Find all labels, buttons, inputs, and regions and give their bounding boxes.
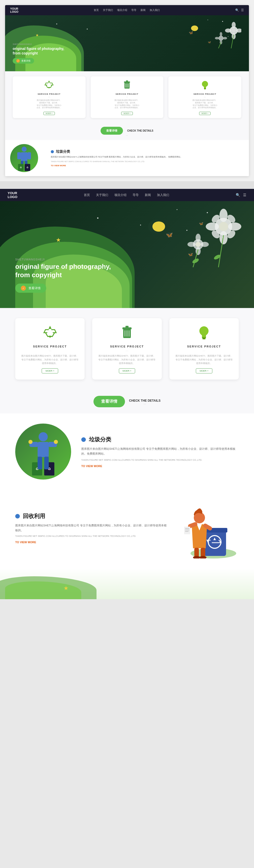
nav-guide[interactable]: 导导: [131, 8, 136, 12]
service-desc-2: 图片版权来自图片网站SHETI、图库图片下载、设计师、专注于免费图片网站，为所有…: [94, 99, 160, 109]
service-cards-lg: SERVICE PROJECT ···· 图片版权来自图片网站SHETI、图库图…: [15, 318, 239, 379]
nav-join[interactable]: 加入我们: [150, 8, 160, 12]
svg-point-2: [232, 33, 236, 39]
nav-project[interactable]: 项目介绍: [117, 8, 127, 12]
cta-label: CHECK THE DETAILS: [127, 129, 153, 132]
flower-right: [211, 18, 241, 49]
search-icon-lg[interactable]: 🔍: [236, 193, 240, 197]
nav-lg-about[interactable]: 关于我们: [96, 193, 108, 197]
svg-rect-23: [17, 152, 21, 159]
svg-point-21: [22, 147, 27, 152]
svg-rect-15: [126, 81, 128, 82]
moer-btn-lg-1[interactable]: MOER +: [42, 368, 58, 373]
moer-btn-3[interactable]: MOER +: [199, 112, 211, 115]
page-large: YOUR LOGO 首页 关于我们 项目介绍 导导 新闻 加入我们 🔍 ☰ ✦ …: [0, 189, 254, 599]
svg-point-40: [187, 242, 195, 247]
svg-point-1: [232, 22, 236, 28]
utilize-heading-row-lg: 回收利用: [15, 513, 168, 520]
recycle-heading: 垃圾分类: [56, 149, 70, 154]
nav-home[interactable]: 首页: [94, 8, 99, 12]
cta-button-lg[interactable]: 查看详情: [94, 396, 125, 407]
nav-news[interactable]: 新闻: [141, 8, 146, 12]
moer-btn-2[interactable]: MOER +: [121, 112, 133, 115]
hero-title-lg: original figure of photography, from cop…: [15, 262, 111, 280]
nav-icons-small: 🔍 ☰: [235, 8, 244, 12]
service-title-lg-2: SERVICE PROJECT: [97, 345, 156, 348]
svg-rect-20: [204, 89, 206, 89]
hero-text-lg: SHETUWANGSHEJI original figure of photog…: [15, 258, 111, 293]
navbar-small: YOUR LOGO 首页 关于我们 项目介绍 导导 新闻 加入我们 🔍 ☰: [5, 5, 249, 15]
svg-point-31: [228, 222, 241, 230]
service-card-lg-2: SERVICE PROJECT ···· 图片版权来自图片网站SHETI、图库图…: [92, 318, 161, 379]
cta-dots-lg: ····: [129, 403, 160, 405]
nav-lg-news[interactable]: 新闻: [145, 193, 151, 197]
nav-lg-project[interactable]: 项目介绍: [114, 193, 126, 197]
svg-point-6: [218, 36, 223, 41]
service-section-lg: SERVICE PROJECT ···· 图片版权来自图片网站SHETI、图库图…: [0, 308, 254, 390]
recycle-symbol-2: ♻: [27, 166, 29, 169]
moer-btn-lg-2[interactable]: MOER +: [119, 368, 135, 373]
yellow-star: ★: [36, 33, 39, 37]
service-desc-3: 图片版权来自图片网站SHETI、图库图片下载、设计师、专注于免费图片网站，为所有…: [172, 99, 238, 109]
nav-about[interactable]: 关于我们: [103, 8, 113, 12]
view-more-btn-lg[interactable]: TO VIEW MORE: [81, 465, 239, 468]
svg-point-7: [220, 32, 222, 36]
svg-point-9: [215, 37, 219, 39]
recycle-content-lg: 垃圾分类 图库图片来自图片网站SHETI上海网络科技有限公司 专注于免费图库图片…: [81, 436, 239, 468]
svg-point-30: [206, 222, 219, 230]
service-title-lg-3: SERVICE PROJECT: [175, 345, 234, 348]
service-title-1: SERVICE PROJECT: [16, 93, 82, 95]
svg-point-36: [219, 222, 228, 231]
cta-section-lg: 查看详情 CHECK THE DETAILS ····: [0, 390, 254, 413]
cta-text-lg: 查看详情: [101, 399, 117, 404]
utilize-desc-lg: 图库图片来自图片网站SHETI上海网络科技有限公司 专注于免费图库图片网站，为所…: [15, 523, 168, 532]
butterfly-lg-1: 🦋: [166, 231, 173, 238]
butterfly-lg-3: 🦋: [199, 221, 203, 225]
flowers-lg: [178, 201, 244, 267]
svg-point-59: [29, 440, 33, 444]
recycle-heading-row-lg: 垃圾分类: [81, 436, 239, 443]
view-more-utilize-lg[interactable]: TO VIEW MORE: [15, 541, 168, 544]
blue-dot-lg: [81, 437, 86, 442]
svg-point-41: [201, 242, 209, 247]
trash-icon-2: [94, 80, 160, 91]
utilize-small-text-lg: TAKEN FIGURE NET 399PIC.COM ALLCUIRES TO…: [15, 534, 168, 538]
svg-rect-22: [21, 152, 28, 161]
moon-lg: [152, 221, 165, 231]
butterfly-lg-2: 🦋: [188, 252, 193, 257]
nav-lg-join[interactable]: 加入我们: [157, 193, 169, 197]
nav-lg-home[interactable]: 首页: [84, 193, 90, 197]
recycle-section-lg: ♻ ♻ 垃圾分类 图库图片来自图片网站SHETI上海网络科技有限公司 专注于免费…: [0, 413, 254, 490]
service-cards-small: SERVICE PROJECT ···· 图片版权来自图片网站SHETI、图库图…: [13, 76, 241, 118]
utilize-heading-lg: 回收利用: [23, 513, 45, 520]
service-card-3: SERVICE PROJECT ···· 图片版权来自图片网站SHETI、图库图…: [169, 76, 241, 118]
service-card-lg-1: SERVICE PROJECT ···· 图片版权来自图片网站SHETI、图库图…: [15, 318, 84, 379]
view-more-btn[interactable]: TO VIEW MORE: [51, 164, 244, 167]
svg-point-38: [195, 234, 201, 242]
menu-icon-lg[interactable]: ☰: [243, 193, 246, 197]
service-desc-lg-1: 图片版权来自图片网站SHETI、图库图片下载、设计师、专注于免费图片网站，为所有…: [20, 354, 79, 365]
moer-btn-1[interactable]: MOER +: [43, 112, 55, 115]
recycle-circle-lg: ♻ ♻: [15, 424, 71, 479]
cta-button-small[interactable]: 查看详情: [101, 127, 123, 135]
bulb-icon-lg-3: [175, 324, 234, 342]
svg-rect-24: [28, 152, 31, 159]
moer-btn-lg-3[interactable]: MOER +: [196, 368, 212, 373]
logo-large: YOUR LOGO: [8, 191, 17, 199]
nav-lg-guide[interactable]: 导导: [133, 193, 139, 197]
bins-container: ♻ ♻: [18, 164, 30, 171]
hero-subtitle-lg: SHETUWANGSHEJI: [15, 258, 111, 261]
recycle-heading-lg: 垃圾分类: [89, 436, 111, 443]
svg-point-42: [195, 242, 201, 247]
hero-small: ✦ ✦ ✦ ✦ ✦: [5, 15, 249, 71]
recycle-small-text-lg: TAKEN FIGURE NET 399PIC.COM ALLCUIRES TO…: [81, 459, 239, 462]
service-title-2: SERVICE PROJECT: [94, 93, 160, 95]
search-icon[interactable]: 🔍: [235, 8, 239, 12]
recycle-symbol: ♻: [20, 166, 22, 169]
hero-subtitle: SHETUWANGSHEJI: [13, 43, 64, 45]
hero-cta-button[interactable]: ✓ 查看详情: [13, 58, 34, 64]
svg-point-5: [232, 29, 236, 33]
menu-icon[interactable]: ☰: [241, 8, 244, 12]
navbar-large: YOUR LOGO 首页 关于我们 项目介绍 导导 新闻 加入我们 🔍 ☰: [0, 189, 254, 201]
hero-cta-button-lg[interactable]: ✓ 查看详情: [15, 284, 46, 293]
